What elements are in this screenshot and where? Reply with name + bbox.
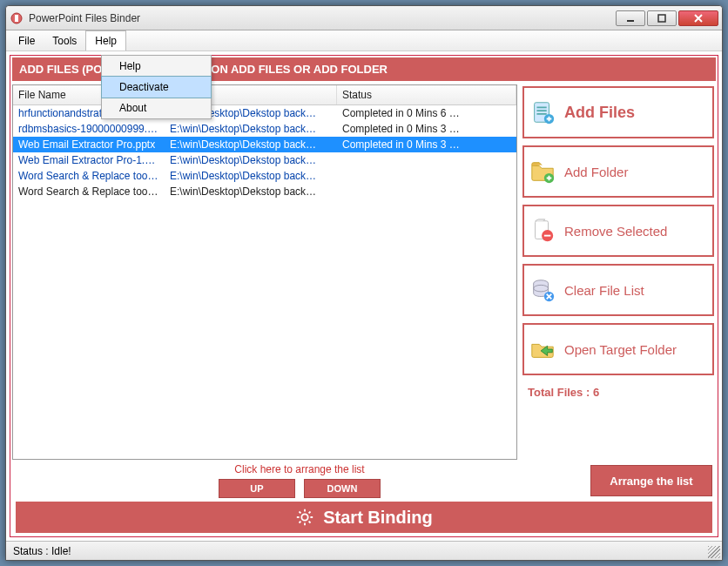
folder-add-icon (529, 158, 556, 185)
status-text: Status : Idle! (13, 545, 71, 557)
window-title: PowerPoint Files Binder (29, 12, 616, 24)
main-panel: ADD FILES (POWERPOINT), CLICK ON ADD FIL… (10, 55, 718, 537)
help-menu-deactivate[interactable]: Deactivate (101, 76, 212, 98)
close-button[interactable] (678, 10, 718, 26)
app-window: PowerPoint Files Binder File Tools Help … (5, 5, 723, 561)
arrange-row: Click here to arrange the list UP DOWN A… (12, 463, 716, 498)
cell-file-name: Web Email Extractor Pro.pptx (13, 138, 165, 152)
cell-status (337, 175, 516, 177)
add-folder-button[interactable]: Add Folder (522, 145, 714, 198)
cell-path: E:\win\Desktop\Dekstop back… (165, 122, 337, 136)
remove-selected-button[interactable]: Remove Selected (522, 205, 714, 257)
clear-list-button[interactable]: Clear File List (522, 264, 714, 316)
add-files-button[interactable]: Add Files (522, 86, 714, 138)
cell-path: E:\win\Desktop\Dekstop back… (165, 185, 337, 199)
table-row[interactable]: hrfunctionandstrategyppt.pptE:\win\Deskt… (13, 105, 516, 121)
move-down-button[interactable]: DOWN (304, 479, 381, 498)
file-remove-icon (529, 218, 556, 244)
app-icon (10, 11, 24, 25)
table-row[interactable]: Web Email Extractor Pro.pptxE:\win\Deskt… (13, 137, 516, 152)
svg-rect-1 (15, 15, 18, 22)
cell-file-name: Word Search & Replace too… (13, 185, 165, 199)
menu-bar: File Tools Help (6, 30, 722, 51)
status-bar: Status : Idle! (6, 541, 722, 560)
cell-path: E:\win\Desktop\Dekstop back… (165, 169, 337, 183)
menu-file[interactable]: File (10, 30, 44, 51)
svg-point-13 (302, 514, 308, 520)
title-bar[interactable]: PowerPoint Files Binder (6, 6, 722, 30)
cell-file-name: rdbmsbasics-19000000999.… (13, 122, 165, 136)
gear-icon (295, 508, 314, 527)
table-row[interactable]: Word Search & Replace too…E:\win\Desktop… (13, 168, 516, 184)
svg-rect-3 (658, 15, 665, 22)
folder-open-icon (529, 336, 556, 362)
cell-status (337, 159, 516, 161)
svg-rect-2 (627, 20, 634, 22)
help-menu-help[interactable]: Help (102, 56, 211, 77)
cell-path: E:\win\Desktop\Dekstop back… (165, 138, 337, 152)
window-controls (616, 10, 718, 26)
add-files-label: Add Files (564, 104, 635, 122)
menu-tools[interactable]: Tools (44, 30, 85, 51)
help-dropdown: Help Deactivate About (101, 55, 212, 119)
cell-path: E:\win\Desktop\Dekstop back… (165, 153, 337, 167)
table-body[interactable]: hrfunctionandstrategyppt.pptE:\win\Deskt… (13, 105, 516, 459)
cell-status: Completed in 0 Mins 3 … (337, 122, 516, 136)
svg-rect-9 (544, 235, 551, 237)
arrange-controls: Click here to arrange the list UP DOWN (16, 463, 583, 498)
database-clear-icon (529, 277, 556, 303)
remove-selected-label: Remove Selected (564, 224, 667, 239)
start-binding-button[interactable]: Start Binding (16, 502, 712, 533)
menu-help[interactable]: Help (85, 30, 126, 51)
table-row[interactable]: rdbmsbasics-19000000999.…E:\win\Desktop\… (13, 121, 516, 137)
cell-status (337, 191, 516, 192)
table-row[interactable]: Word Search & Replace too…E:\win\Desktop… (13, 184, 516, 199)
add-folder-label: Add Folder (564, 165, 628, 179)
clear-list-label: Clear File List (564, 283, 644, 298)
open-target-button[interactable]: Open Target Folder (522, 323, 714, 375)
side-panel: Add Files Add Folder Remove Selected (521, 84, 716, 460)
start-binding-label: Start Binding (323, 508, 433, 528)
center-row: File Name Status hrfunctionandstrategypp… (12, 84, 716, 460)
move-up-button[interactable]: UP (219, 479, 295, 498)
cell-file-name: Word Search & Replace too… (13, 169, 165, 183)
help-menu-about[interactable]: About (102, 98, 211, 118)
cell-file-name: Web Email Extractor Pro-1.… (13, 153, 165, 167)
resize-grip[interactable] (708, 546, 720, 558)
total-files-label: Total Files : 6 (522, 382, 714, 402)
maximize-button[interactable] (647, 10, 677, 26)
table-row[interactable]: Web Email Extractor Pro-1.…E:\win\Deskto… (13, 152, 516, 168)
col-status[interactable]: Status (337, 85, 516, 104)
cell-status: Completed in 0 Mins 3 … (337, 138, 516, 152)
arrange-hint: Click here to arrange the list (234, 463, 364, 475)
table-header: File Name Status (13, 85, 516, 105)
open-target-label: Open Target Folder (564, 342, 677, 357)
minimize-button[interactable] (616, 10, 645, 26)
file-table: File Name Status hrfunctionandstrategypp… (12, 84, 517, 460)
arrange-list-button[interactable]: Arrange the list (590, 465, 712, 496)
file-add-icon (529, 99, 556, 125)
cell-status: Completed in 0 Mins 6 … (337, 106, 516, 120)
